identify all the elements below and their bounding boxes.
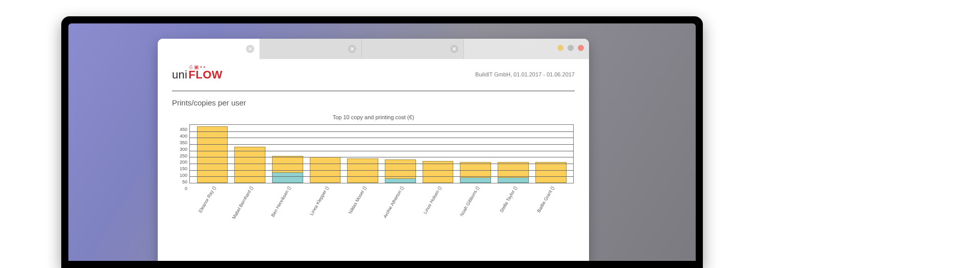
printer-icon: ⎙: [189, 64, 192, 70]
chart-x-labels: Eleanor Ray ()Mabel Bernhard ()Ben Henri…: [189, 183, 574, 214]
bar: [310, 125, 341, 183]
monitor-screen: ⎙ ▣ • • uni FLOW BuildIT GmbH, 01.01.201…: [68, 23, 696, 261]
y-tick-label: 350: [180, 140, 187, 145]
y-tick-label: 150: [180, 166, 187, 171]
bar: [234, 125, 265, 183]
bar-segment-secondary: [272, 173, 303, 183]
x-category-label: Eleanor Ray (): [197, 183, 228, 214]
tab-3[interactable]: [362, 39, 464, 59]
grid-line: [190, 164, 573, 164]
bar: [385, 125, 416, 183]
dot-icon: •: [204, 64, 206, 70]
monitor-frame: ⎙ ▣ • • uni FLOW BuildIT GmbH, 01.01.201…: [61, 16, 703, 268]
report-header: ⎙ ▣ • • uni FLOW BuildIT GmbH, 01.01.201…: [172, 66, 575, 88]
x-category-label: Archie Atherton (): [385, 183, 416, 214]
logo-flow-text: FLOW: [188, 68, 223, 82]
grid-line: [190, 138, 573, 138]
grid-line: [190, 157, 573, 157]
x-category-label: Ben Henriksen (): [272, 183, 303, 214]
y-tick-label: 200: [180, 159, 187, 165]
company-name: BuildIT GmbH: [475, 71, 510, 77]
bar-segment-secondary: [460, 178, 491, 183]
chart-plot: [189, 124, 574, 183]
y-tick-label: 50: [182, 179, 187, 184]
logo-decorative-icons: ⎙ ▣ • •: [189, 64, 205, 70]
grid-line: [190, 176, 573, 177]
chart-bars: [190, 125, 573, 183]
bar-segment-secondary: [498, 178, 529, 183]
grid-line: [190, 170, 573, 171]
x-category-label: Stella Taylor (): [498, 183, 529, 214]
bar-segment-primary: [234, 147, 265, 183]
x-category-label: Niklas Moser (): [347, 183, 378, 214]
x-category-label: Noah Gibbons (): [460, 183, 492, 214]
dot-icon: •: [200, 64, 202, 70]
bar: [460, 125, 491, 183]
bar: [197, 125, 228, 183]
date-from: 01.01.2017: [513, 71, 542, 77]
bar: [498, 125, 529, 183]
maximize-icon[interactable]: [568, 45, 574, 51]
grid-line: [190, 144, 573, 145]
bar: [347, 125, 378, 183]
x-category-label: Linus Holsen (): [423, 183, 454, 214]
y-tick-label: 300: [180, 147, 187, 152]
date-to: 01.06.2017: [547, 71, 575, 77]
y-tick-label: 250: [180, 153, 187, 158]
page-content: ⎙ ▣ • • uni FLOW BuildIT GmbH, 01.01.201…: [158, 59, 589, 261]
x-category-label: Linea Klepper (): [309, 183, 340, 214]
report-meta: BuildIT GmbH, 01.01.2017 - 01.06.2017: [475, 68, 575, 77]
close-icon[interactable]: [348, 45, 356, 53]
bar-segment-secondary: [385, 179, 416, 183]
bar: [535, 125, 567, 183]
section-title: Prints/copies per user: [172, 98, 575, 107]
scan-icon: ▣: [194, 64, 199, 70]
y-tick-label: 450: [180, 127, 187, 132]
logo-uni-text: uni: [172, 68, 187, 82]
window-controls: [557, 45, 584, 51]
y-tick-label: 400: [180, 133, 187, 139]
x-category-label: Mabel Bernhard (): [234, 183, 265, 214]
bar: [272, 125, 303, 183]
x-category-label: Baillie Grant (): [535, 183, 567, 214]
browser-window: ⎙ ▣ • • uni FLOW BuildIT GmbH, 01.01.201…: [158, 39, 589, 261]
grid-line: [190, 131, 573, 132]
bar-segment-primary: [347, 158, 378, 183]
bar-segment-primary: [423, 161, 454, 183]
tab-2[interactable]: [260, 39, 362, 59]
bar: [423, 125, 454, 183]
close-icon[interactable]: [246, 45, 254, 53]
window-close-icon[interactable]: [578, 45, 584, 51]
tab-1[interactable]: [158, 39, 260, 59]
chart: 050100150200250300350400450 Eleanor Ray …: [172, 124, 575, 214]
chart-y-axis: 050100150200250300350400450: [172, 124, 189, 183]
tab-bar: [158, 39, 589, 59]
bar-segment-primary: [197, 126, 228, 183]
minimize-icon[interactable]: [557, 45, 564, 51]
bar-segment-primary: [535, 162, 567, 183]
grid-line: [190, 151, 573, 151]
close-icon[interactable]: [450, 45, 458, 53]
chart-title: Top 10 copy and printing cost (€): [172, 114, 575, 120]
y-tick-label: 0: [185, 186, 187, 191]
y-tick-label: 100: [180, 173, 187, 178]
uniflow-logo: ⎙ ▣ • • uni FLOW: [172, 68, 223, 84]
header-divider: [172, 91, 575, 91]
